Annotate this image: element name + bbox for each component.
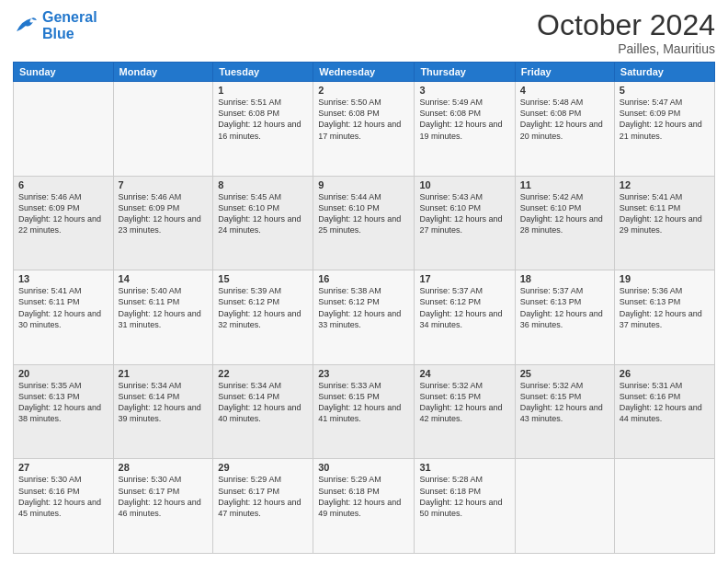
day-detail: Sunrise: 5:28 AMSunset: 6:18 PMDaylight:… (419, 474, 509, 519)
day-number: 17 (419, 273, 509, 284)
day-detail: Sunrise: 5:36 AMSunset: 6:13 PMDaylight:… (620, 285, 710, 330)
day-number: 12 (620, 179, 710, 190)
day-detail: Sunrise: 5:34 AMSunset: 6:14 PMDaylight:… (119, 380, 209, 425)
calendar-cell: 1Sunrise: 5:51 AMSunset: 6:08 PMDaylight… (213, 82, 313, 177)
calendar-week-row: 1Sunrise: 5:51 AMSunset: 6:08 PMDaylight… (14, 82, 715, 177)
day-number: 3 (419, 85, 509, 96)
day-detail: Sunrise: 5:30 AMSunset: 6:17 PMDaylight:… (119, 474, 209, 519)
calendar-cell: 24Sunrise: 5:32 AMSunset: 6:15 PMDayligh… (415, 364, 515, 459)
calendar-week-row: 20Sunrise: 5:35 AMSunset: 6:13 PMDayligh… (14, 364, 715, 459)
day-number: 16 (318, 273, 409, 284)
calendar-cell: 18Sunrise: 5:37 AMSunset: 6:13 PMDayligh… (515, 270, 614, 365)
day-detail: Sunrise: 5:37 AMSunset: 6:13 PMDaylight:… (520, 285, 609, 330)
calendar-week-row: 13Sunrise: 5:41 AMSunset: 6:11 PMDayligh… (14, 270, 715, 365)
calendar-cell: 23Sunrise: 5:33 AMSunset: 6:15 PMDayligh… (313, 364, 415, 459)
day-detail: Sunrise: 5:51 AMSunset: 6:08 PMDaylight:… (218, 97, 308, 142)
day-detail: Sunrise: 5:29 AMSunset: 6:18 PMDaylight:… (318, 474, 409, 519)
day-number: 23 (318, 368, 409, 379)
day-detail: Sunrise: 5:48 AMSunset: 6:08 PMDaylight:… (520, 97, 609, 142)
day-detail: Sunrise: 5:41 AMSunset: 6:11 PMDaylight:… (18, 285, 108, 330)
day-number: 9 (318, 179, 409, 190)
header-sunday: Sunday (14, 63, 114, 82)
day-detail: Sunrise: 5:45 AMSunset: 6:10 PMDaylight:… (218, 191, 308, 236)
day-number: 29 (218, 462, 308, 473)
header: General Blue October 2024 Pailles, Mauri… (13, 9, 715, 56)
calendar-cell: 6Sunrise: 5:46 AMSunset: 6:09 PMDaylight… (14, 176, 114, 270)
day-detail: Sunrise: 5:47 AMSunset: 6:09 PMDaylight:… (620, 97, 710, 142)
day-number: 24 (419, 368, 509, 379)
calendar-cell: 14Sunrise: 5:40 AMSunset: 6:11 PMDayligh… (113, 270, 213, 365)
calendar-cell: 28Sunrise: 5:30 AMSunset: 6:17 PMDayligh… (113, 459, 213, 554)
day-number: 27 (18, 462, 108, 473)
day-number: 21 (119, 368, 209, 379)
day-detail: Sunrise: 5:32 AMSunset: 6:15 PMDaylight:… (520, 380, 609, 425)
month-title: October 2024 (537, 9, 715, 41)
calendar-cell: 30Sunrise: 5:29 AMSunset: 6:18 PMDayligh… (313, 459, 415, 554)
calendar-cell: 22Sunrise: 5:34 AMSunset: 6:14 PMDayligh… (213, 364, 313, 459)
day-detail: Sunrise: 5:35 AMSunset: 6:13 PMDaylight:… (18, 380, 108, 425)
header-friday: Friday (515, 63, 614, 82)
day-number: 25 (520, 368, 609, 379)
day-number: 4 (520, 85, 609, 96)
day-detail: Sunrise: 5:46 AMSunset: 6:09 PMDaylight:… (18, 191, 108, 236)
day-number: 8 (218, 179, 308, 190)
calendar-cell (515, 459, 614, 554)
calendar-cell: 16Sunrise: 5:38 AMSunset: 6:12 PMDayligh… (313, 270, 415, 365)
logo: General Blue (13, 9, 97, 41)
calendar-cell: 31Sunrise: 5:28 AMSunset: 6:18 PMDayligh… (415, 459, 515, 554)
day-number: 11 (520, 179, 609, 190)
day-number: 31 (419, 462, 509, 473)
day-detail: Sunrise: 5:38 AMSunset: 6:12 PMDaylight:… (318, 285, 409, 330)
day-detail: Sunrise: 5:31 AMSunset: 6:16 PMDaylight:… (620, 380, 710, 425)
calendar-cell: 17Sunrise: 5:37 AMSunset: 6:12 PMDayligh… (415, 270, 515, 365)
calendar-cell: 12Sunrise: 5:41 AMSunset: 6:11 PMDayligh… (614, 176, 714, 270)
calendar-cell: 21Sunrise: 5:34 AMSunset: 6:14 PMDayligh… (113, 364, 213, 459)
day-number: 30 (318, 462, 409, 473)
calendar-cell: 8Sunrise: 5:45 AMSunset: 6:10 PMDaylight… (213, 176, 313, 270)
day-detail: Sunrise: 5:29 AMSunset: 6:17 PMDaylight:… (218, 474, 308, 519)
day-detail: Sunrise: 5:40 AMSunset: 6:11 PMDaylight:… (119, 285, 209, 330)
day-number: 5 (620, 85, 710, 96)
day-number: 15 (218, 273, 308, 284)
calendar-cell: 20Sunrise: 5:35 AMSunset: 6:13 PMDayligh… (14, 364, 114, 459)
day-number: 22 (218, 368, 308, 379)
calendar-cell: 9Sunrise: 5:44 AMSunset: 6:10 PMDaylight… (313, 176, 415, 270)
page: General Blue October 2024 Pailles, Mauri… (0, 0, 728, 563)
header-monday: Monday (113, 63, 213, 82)
day-number: 7 (119, 179, 209, 190)
calendar-cell: 13Sunrise: 5:41 AMSunset: 6:11 PMDayligh… (14, 270, 114, 365)
calendar-cell: 2Sunrise: 5:50 AMSunset: 6:08 PMDaylight… (313, 82, 415, 177)
day-detail: Sunrise: 5:39 AMSunset: 6:12 PMDaylight:… (218, 285, 308, 330)
title-block: October 2024 Pailles, Mauritius (537, 9, 715, 56)
calendar-cell: 29Sunrise: 5:29 AMSunset: 6:17 PMDayligh… (213, 459, 313, 554)
header-saturday: Saturday (614, 63, 714, 82)
day-number: 20 (18, 368, 108, 379)
calendar-week-row: 27Sunrise: 5:30 AMSunset: 6:16 PMDayligh… (14, 459, 715, 554)
calendar-cell: 5Sunrise: 5:47 AMSunset: 6:09 PMDaylight… (614, 82, 714, 177)
day-number: 26 (620, 368, 710, 379)
calendar-week-row: 6Sunrise: 5:46 AMSunset: 6:09 PMDaylight… (14, 176, 715, 270)
header-tuesday: Tuesday (213, 63, 313, 82)
day-number: 1 (218, 85, 308, 96)
day-detail: Sunrise: 5:37 AMSunset: 6:12 PMDaylight:… (419, 285, 509, 330)
day-detail: Sunrise: 5:42 AMSunset: 6:10 PMDaylight:… (520, 191, 609, 236)
calendar-cell (113, 82, 213, 177)
header-wednesday: Wednesday (313, 63, 415, 82)
calendar-cell (14, 82, 114, 177)
day-detail: Sunrise: 5:41 AMSunset: 6:11 PMDaylight:… (620, 191, 710, 236)
calendar-cell (614, 459, 714, 554)
day-detail: Sunrise: 5:44 AMSunset: 6:10 PMDaylight:… (318, 191, 409, 236)
day-detail: Sunrise: 5:34 AMSunset: 6:14 PMDaylight:… (218, 380, 308, 425)
day-number: 2 (318, 85, 409, 96)
calendar-cell: 25Sunrise: 5:32 AMSunset: 6:15 PMDayligh… (515, 364, 614, 459)
day-number: 19 (620, 273, 710, 284)
day-detail: Sunrise: 5:43 AMSunset: 6:10 PMDaylight:… (419, 191, 509, 236)
day-detail: Sunrise: 5:30 AMSunset: 6:16 PMDaylight:… (18, 474, 108, 519)
day-detail: Sunrise: 5:32 AMSunset: 6:15 PMDaylight:… (419, 380, 509, 425)
day-detail: Sunrise: 5:33 AMSunset: 6:15 PMDaylight:… (318, 380, 409, 425)
calendar-table: SundayMondayTuesdayWednesdayThursdayFrid… (13, 62, 715, 554)
calendar-cell: 3Sunrise: 5:49 AMSunset: 6:08 PMDaylight… (415, 82, 515, 177)
calendar-cell: 4Sunrise: 5:48 AMSunset: 6:08 PMDaylight… (515, 82, 614, 177)
day-number: 14 (119, 273, 209, 284)
day-detail: Sunrise: 5:50 AMSunset: 6:08 PMDaylight:… (318, 97, 409, 142)
